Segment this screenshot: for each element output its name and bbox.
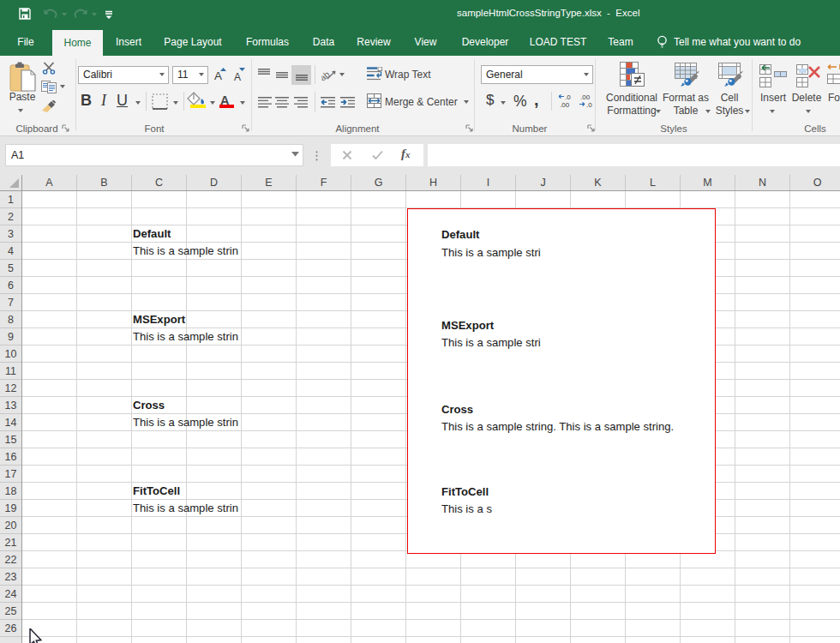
svg-text:.00: .00 [560,101,570,109]
svg-text:.0: .0 [586,101,592,109]
svg-text:.00: .00 [580,93,591,101]
svg-text:ab: ab [321,69,332,81]
svg-text:.0: .0 [565,93,571,101]
